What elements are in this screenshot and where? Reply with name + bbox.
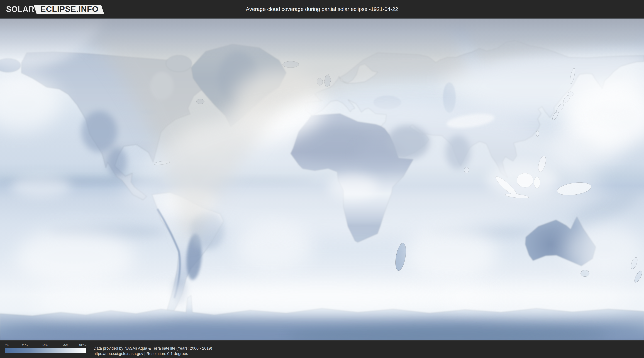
- attribution-line-2: https://neo.sci.gsfc.nasa.gov | Resoluti…: [94, 351, 212, 356]
- legend-tick-labels: 0% 25% 50% 75% 100%: [5, 343, 86, 347]
- logo-hyphen: -: [30, 4, 32, 13]
- attribution-line-1: Data provided by NASAs Aqua & Terra sate…: [94, 346, 212, 351]
- data-attribution: Data provided by NASAs Aqua & Terra sate…: [94, 346, 212, 356]
- legend-gradient-bar: [5, 348, 86, 353]
- logo-flag: ECLIPSE.INFO: [34, 5, 104, 14]
- legend-tick-25: 25%: [22, 343, 28, 346]
- logo-text-eclipse-info: ECLIPSE.INFO: [40, 5, 98, 14]
- legend-tick-50: 50%: [42, 343, 48, 346]
- footer-bar: 0% 25% 50% 75% 100% Data provided by NAS…: [0, 341, 644, 358]
- world-map-svg: [0, 19, 644, 340]
- legend-tick-0: 0%: [5, 343, 8, 346]
- site-logo[interactable]: SOLAR - ECLIPSE.INFO: [6, 0, 102, 18]
- cloud-coverage-map[interactable]: [0, 18, 644, 340]
- legend-tick-100: 100%: [79, 343, 86, 346]
- cloud-coverage-legend: 0% 25% 50% 75% 100%: [5, 343, 86, 353]
- header-bar: SOLAR - ECLIPSE.INFO Average cloud cover…: [0, 0, 644, 18]
- legend-tick-75: 75%: [63, 343, 68, 346]
- polar-gray-band: [0, 19, 644, 60]
